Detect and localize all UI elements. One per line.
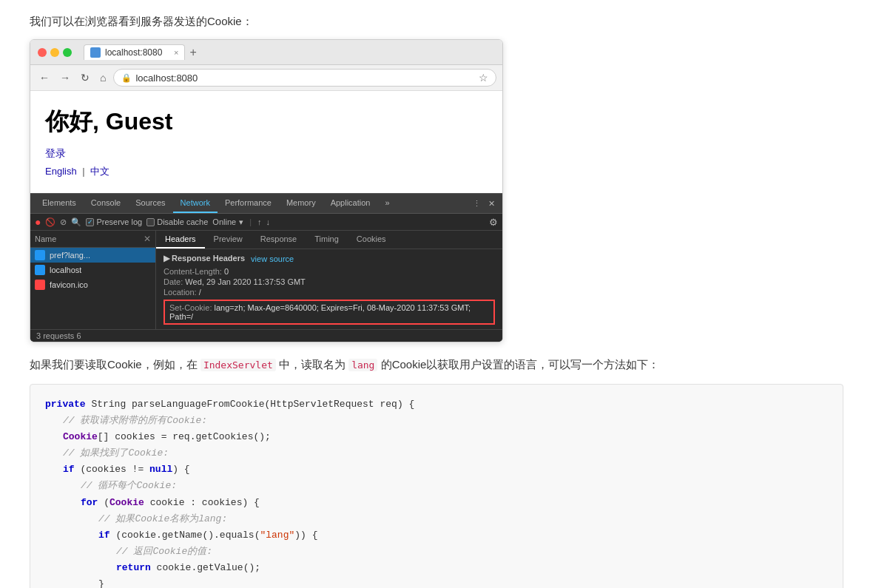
network-item-favicon[interactable]: favicon.ico xyxy=(30,277,155,292)
response-headers-title: ▶ Response Headers view source xyxy=(164,254,495,263)
tab-title: localhost:8080 xyxy=(105,47,162,58)
throttle-selector[interactable]: Online ▾ xyxy=(212,217,243,227)
detail-tab-cookies[interactable]: Cookies xyxy=(348,231,395,249)
browser-tab[interactable]: localhost:8080 × xyxy=(84,44,185,60)
followup-text-before: 如果我们要读取Cookie，例如，在 xyxy=(30,358,198,371)
code-block: private String parseLanguageFromCookie(H… xyxy=(30,384,843,588)
disable-cache-checkbox[interactable] xyxy=(146,218,155,226)
detail-tab-headers[interactable]: Headers xyxy=(156,231,205,249)
disable-cache-text: Disable cache xyxy=(157,217,208,226)
followup-code-indexservlet: IndexServlet xyxy=(200,359,276,371)
request-icon-pref xyxy=(35,250,45,260)
view-source-link[interactable]: view source xyxy=(251,254,294,263)
detail-tab-timing[interactable]: Timing xyxy=(306,231,348,249)
intro-text: 我们可以在浏览器看到服务器发送的Cookie： xyxy=(30,15,843,29)
login-link[interactable]: 登录 xyxy=(45,147,488,160)
tab-area: localhost:8080 × + xyxy=(84,44,495,60)
upload-icon: ↑ xyxy=(257,217,262,226)
detail-tabs-bar: Headers Preview Response Timing Cookies xyxy=(156,231,502,249)
detail-panel: Headers Preview Response Timing Cookies … xyxy=(156,231,502,329)
code-comment-1: // 获取请求附带的所有Cookie: xyxy=(45,413,828,429)
code-line-4: for (Cookie cookie : cookies) { xyxy=(45,495,828,511)
request-name-favicon: favicon.ico xyxy=(50,280,88,289)
network-list-header: Name ✕ xyxy=(30,231,155,248)
browser-screenshot: localhost:8080 × + ← → ↻ ⌂ 🔒 localhost:8… xyxy=(30,39,503,342)
search-button[interactable]: 🔍 xyxy=(71,217,81,227)
devtools-close-button[interactable]: ✕ xyxy=(485,199,498,209)
code-comment-2: // 如果找到了Cookie: xyxy=(45,445,828,462)
name-column-close[interactable]: ✕ xyxy=(144,234,151,244)
new-tab-button[interactable]: + xyxy=(189,46,196,59)
code-comment-3: // 循环每个Cookie: xyxy=(45,478,828,494)
followup-text-middle1: 中，读取名为 xyxy=(279,358,346,371)
english-link[interactable]: English xyxy=(45,166,77,177)
close-traffic-light[interactable] xyxy=(38,48,47,57)
network-item-pref[interactable]: pref?lang... xyxy=(30,248,155,263)
browser-toolbar: ← → ↻ ⌂ 🔒 localhost:8080 ☆ xyxy=(30,65,502,91)
tab-close-btn[interactable]: × xyxy=(174,48,178,57)
clear-button[interactable]: 🚫 xyxy=(45,217,55,227)
code-line-3: if (cookies != null) { xyxy=(45,462,828,478)
maximize-traffic-light[interactable] xyxy=(63,48,72,57)
record-button[interactable]: ● xyxy=(35,216,41,228)
tab-favicon xyxy=(90,47,101,58)
devtools-tab-console[interactable]: Console xyxy=(84,194,128,213)
code-comment-4: // 如果Cookie名称为lang: xyxy=(45,511,828,527)
request-name-pref: pref?lang... xyxy=(50,251,90,260)
detail-content: ▶ Response Headers view source Content-L… xyxy=(156,249,502,329)
lang-separator: | xyxy=(82,166,84,177)
preserve-log-label[interactable]: Preserve log xyxy=(86,217,142,226)
response-headers-label: ▶ Response Headers xyxy=(164,254,245,263)
back-button[interactable]: ← xyxy=(36,70,53,85)
code-line-2: Cookie[] cookies = req.getCookies(); xyxy=(45,429,828,445)
address-bar[interactable]: 🔒 localhost:8080 ☆ xyxy=(113,69,496,87)
devtools-tab-network[interactable]: Network xyxy=(173,194,218,213)
followup-text-middle2: 的Cookie以获取用户设置的语言，可以写一个方法如下： xyxy=(381,358,660,371)
code-line-1: private String parseLanguageFromCookie(H… xyxy=(45,396,828,413)
address-text: localhost:8080 xyxy=(135,72,198,84)
preserve-log-text: Preserve log xyxy=(96,217,142,226)
devtools-options[interactable]: ⋮ xyxy=(468,199,485,209)
throttle-dropdown-icon: ▾ xyxy=(239,217,243,227)
header-set-cookie: Set-Cookie: lang=zh; Max-Age=8640000; Ex… xyxy=(164,300,495,325)
filter-button[interactable]: ⊘ xyxy=(60,217,67,227)
devtools-tab-application[interactable]: Application xyxy=(323,194,378,213)
home-button[interactable]: ⌂ xyxy=(97,70,109,85)
header-content-length: Content-Length: 0 xyxy=(164,266,495,277)
devtools-tab-memory[interactable]: Memory xyxy=(279,194,323,213)
devtools-tab-sources[interactable]: Sources xyxy=(128,194,172,213)
browser-titlebar: localhost:8080 × + xyxy=(30,40,502,65)
chinese-link[interactable]: 中文 xyxy=(90,166,109,177)
detail-tab-response[interactable]: Response xyxy=(252,231,306,249)
settings-icon[interactable]: ⚙ xyxy=(489,217,498,228)
bookmark-icon[interactable]: ☆ xyxy=(479,72,488,84)
name-column-header: Name xyxy=(35,234,144,243)
followup-text: 如果我们要读取Cookie，例如，在 IndexServlet 中，读取名为 l… xyxy=(30,356,843,374)
devtools-tab-performance[interactable]: Performance xyxy=(218,194,279,213)
request-name-localhost: localhost xyxy=(50,266,81,274)
code-comment-5: // 返回Cookie的值: xyxy=(45,544,828,560)
request-icon-localhost xyxy=(35,265,45,275)
code-line-7: } xyxy=(45,576,828,588)
online-text: Online xyxy=(212,217,236,226)
code-line-5: if (cookie.getName().equals("lang")) { xyxy=(45,527,828,544)
devtools-toolbar: ● 🚫 ⊘ 🔍 Preserve log Disable cache Onlin… xyxy=(30,214,502,231)
followup-code-lang: lang xyxy=(348,359,377,371)
devtools-tab-elements[interactable]: Elements xyxy=(35,194,84,213)
request-icon-favicon xyxy=(35,280,45,290)
traffic-lights xyxy=(38,48,72,57)
devtools-tab-more[interactable]: » xyxy=(377,194,397,213)
language-links: English | 中文 xyxy=(45,165,488,178)
network-request-list: Name ✕ pref?lang... localhost favicon.ic… xyxy=(30,231,156,329)
network-item-localhost[interactable]: localhost xyxy=(30,263,155,277)
reload-button[interactable]: ↻ xyxy=(78,70,92,85)
detail-tab-preview[interactable]: Preview xyxy=(205,231,252,249)
network-panel-body: Name ✕ pref?lang... localhost favicon.ic… xyxy=(30,231,502,329)
page-content: 你好, Guest 登录 English | 中文 xyxy=(30,91,502,193)
disable-cache-label[interactable]: Disable cache xyxy=(146,217,208,226)
preserve-log-checkbox[interactable] xyxy=(86,218,94,226)
requests-bar: 3 requests 6 xyxy=(30,329,502,342)
minimize-traffic-light[interactable] xyxy=(50,48,59,57)
forward-button[interactable]: → xyxy=(57,70,73,85)
page-greeting: 你好, Guest xyxy=(45,106,488,138)
